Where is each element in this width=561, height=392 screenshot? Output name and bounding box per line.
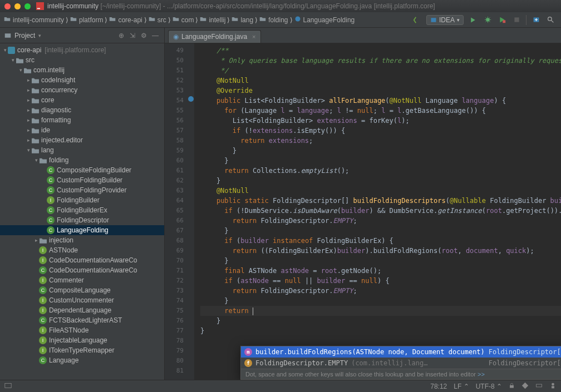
tree-item[interactable]: ▸core bbox=[0, 95, 164, 105]
tree-item[interactable]: ▸injected.editor bbox=[0, 135, 164, 145]
coverage-icon[interactable] bbox=[497, 15, 507, 25]
tree-item[interactable]: ▸diagnostic bbox=[0, 105, 164, 115]
minimize-window-button[interactable] bbox=[14, 3, 21, 9]
completion-item[interactable]: mbuilder.buildFoldRegions(ASTNode node, … bbox=[241, 346, 561, 358]
tree-item[interactable]: CCustomFoldingProvider bbox=[0, 185, 164, 195]
tree-item[interactable]: CLanguageFolding bbox=[0, 225, 164, 235]
tree-item[interactable]: IASTNode bbox=[0, 245, 164, 255]
hector-icon[interactable] bbox=[549, 382, 557, 391]
svg-point-2 bbox=[295, 17, 300, 22]
iface-icon: I bbox=[39, 276, 47, 284]
mod-icon bbox=[8, 47, 15, 54]
field-icon: f bbox=[244, 359, 252, 367]
window-titlebar: intellij-community [~/intellij-community… bbox=[0, 0, 561, 12]
java-class-icon: ◉ bbox=[173, 33, 179, 41]
tree-item[interactable]: ▾lang bbox=[0, 145, 164, 155]
status-left-icon[interactable] bbox=[4, 382, 12, 391]
breadcrumb[interactable]: intellij-community⟩platform⟩core-api⟩src… bbox=[2, 16, 356, 24]
debug-icon[interactable] bbox=[483, 15, 493, 25]
tree-item[interactable]: ▸codeInsight bbox=[0, 75, 164, 85]
line-number-gutter[interactable]: 4950515253545556575859606162636465666768… bbox=[165, 43, 187, 380]
tree-item[interactable]: IFileASTNode bbox=[0, 325, 164, 335]
completion-item[interactable]: fFoldingDescriptor.EMPTY (com.intellij.l… bbox=[241, 358, 561, 369]
breadcrumb-item[interactable]: src bbox=[147, 16, 168, 24]
iface-icon: I bbox=[47, 196, 55, 204]
editor-tab[interactable]: ◉ LanguageFolding.java × bbox=[168, 30, 261, 43]
tree-item[interactable]: ▸injection bbox=[0, 235, 164, 245]
folder-icon bbox=[39, 156, 47, 164]
cls-icon: C bbox=[47, 216, 55, 224]
breadcrumb-item[interactable]: core-api bbox=[107, 16, 144, 24]
cls-icon: C bbox=[39, 316, 47, 324]
scroll-from-source-icon[interactable]: ⊕ bbox=[119, 32, 126, 39]
tree-item[interactable]: ▾com.intellij bbox=[0, 65, 164, 75]
run-icon[interactable] bbox=[468, 15, 478, 25]
tree-item[interactable]: ▸concurrency bbox=[0, 85, 164, 95]
breadcrumb-item[interactable]: lang bbox=[230, 16, 255, 24]
tree-item[interactable]: ▾folding bbox=[0, 155, 164, 165]
tree-item[interactable]: ▸formatting bbox=[0, 115, 164, 125]
tree-item[interactable]: ▾src bbox=[0, 55, 164, 65]
breadcrumb-item[interactable]: com bbox=[171, 16, 196, 24]
breadcrumb-item[interactable]: LanguageFolding bbox=[293, 16, 357, 24]
folder-icon bbox=[4, 16, 11, 24]
folder-icon bbox=[149, 16, 155, 24]
breadcrumb-item[interactable]: platform bbox=[68, 16, 105, 24]
tree-item[interactable]: CCodeDocumentationAwareCo bbox=[0, 265, 164, 275]
tree-item[interactable]: CCompositeFoldingBuilder bbox=[0, 165, 164, 175]
navigation-bar: intellij-community⟩platform⟩core-api⟩src… bbox=[0, 12, 561, 28]
folder-icon bbox=[200, 16, 206, 24]
project-panel-title: Project bbox=[14, 32, 35, 39]
breadcrumb-item[interactable]: intellij bbox=[198, 16, 227, 24]
cls-icon: C bbox=[47, 176, 55, 184]
traffic-lights[interactable] bbox=[4, 3, 31, 9]
hide-panel-icon[interactable]: — bbox=[152, 32, 160, 39]
project-tree[interactable]: ▾core-api[intellij.platform.core]▾src▾co… bbox=[0, 43, 164, 380]
tree-item[interactable]: CCompositeLanguage bbox=[0, 285, 164, 295]
close-window-button[interactable] bbox=[4, 3, 11, 9]
completion-hint-link[interactable]: >> bbox=[478, 371, 485, 378]
zoom-window-button[interactable] bbox=[24, 3, 31, 9]
stop-icon[interactable] bbox=[511, 15, 521, 25]
tree-item[interactable]: ICustomUncommenter bbox=[0, 295, 164, 305]
readonly-lock-icon[interactable] bbox=[509, 383, 515, 390]
tree-item[interactable]: CLanguage bbox=[0, 355, 164, 365]
tree-item[interactable]: IFoldingBuilder bbox=[0, 195, 164, 205]
tree-item[interactable]: ▸ide bbox=[0, 125, 164, 135]
memory-indicator[interactable] bbox=[535, 382, 543, 391]
settings-gear-icon[interactable]: ⚙ bbox=[141, 32, 149, 39]
update-icon[interactable] bbox=[531, 15, 541, 25]
tree-item[interactable]: ICodeDocumentationAwareCo bbox=[0, 255, 164, 265]
override-gutter-icon[interactable] bbox=[188, 96, 194, 102]
folder-icon bbox=[31, 146, 39, 154]
tree-item[interactable]: CCustomFoldingBuilder bbox=[0, 175, 164, 185]
run-config-selector[interactable]: IDEA ▾ bbox=[426, 15, 464, 25]
tree-item[interactable]: ▾core-api[intellij.platform.core] bbox=[0, 45, 164, 55]
code-completion-popup[interactable]: mbuilder.buildFoldRegions(ASTNode node, … bbox=[240, 346, 561, 380]
collapse-all-icon[interactable]: ⇲ bbox=[130, 32, 137, 39]
folder-icon bbox=[31, 106, 39, 114]
tree-item[interactable]: CFoldingDescriptor bbox=[0, 215, 164, 225]
back-icon[interactable] bbox=[412, 15, 422, 25]
close-tab-icon[interactable]: × bbox=[252, 33, 255, 40]
tree-item[interactable]: CFCTSBackedLighterAST bbox=[0, 315, 164, 325]
breadcrumb-item[interactable]: intellij-community bbox=[2, 16, 66, 24]
svg-rect-9 bbox=[5, 33, 11, 38]
folder-icon bbox=[31, 86, 39, 94]
svg-rect-3 bbox=[431, 18, 436, 22]
tree-item[interactable]: IInjectableLanguage bbox=[0, 335, 164, 345]
git-icon[interactable] bbox=[521, 382, 529, 391]
line-ending[interactable]: LF ⌃ bbox=[454, 383, 469, 390]
svg-rect-14 bbox=[552, 386, 554, 388]
class-icon bbox=[294, 16, 301, 24]
search-icon[interactable] bbox=[545, 15, 555, 25]
breadcrumb-item[interactable]: folding bbox=[258, 16, 289, 24]
svg-rect-6 bbox=[514, 17, 519, 22]
code-editor[interactable]: /** * Only queries base language results… bbox=[195, 43, 561, 380]
tree-item[interactable]: IDependentLanguage bbox=[0, 305, 164, 315]
tree-item[interactable]: ICommenter bbox=[0, 275, 164, 285]
caret-position[interactable]: 78:12 bbox=[430, 383, 447, 390]
tree-item[interactable]: CFoldingBuilderEx bbox=[0, 205, 164, 215]
tree-item[interactable]: IITokenTypeRemapper bbox=[0, 345, 164, 355]
file-encoding[interactable]: UTF-8 ⌃ bbox=[476, 383, 502, 390]
